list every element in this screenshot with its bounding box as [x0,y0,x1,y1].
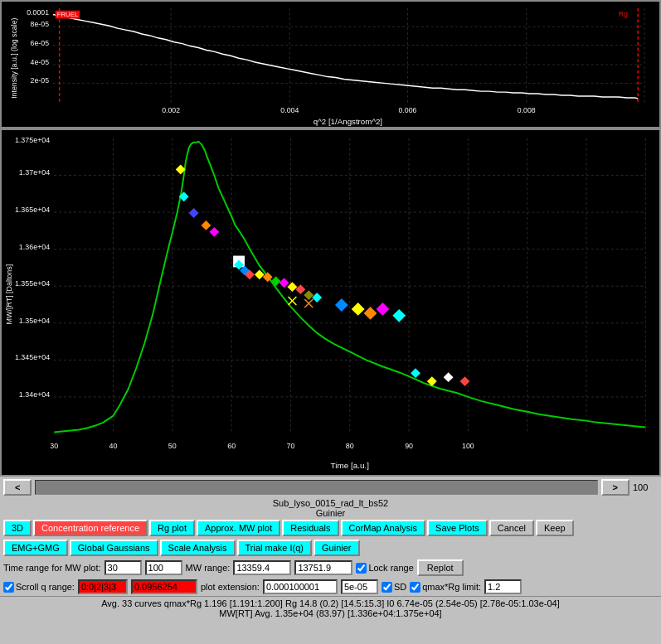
svg-text:1.375e+04: 1.375e+04 [15,136,50,144]
svg-text:70: 70 [287,442,295,450]
plot-extension-value[interactable] [263,579,338,594]
mw-plot: 30 40 50 60 70 80 90 100 1.375e+04 1.37e… [0,128,661,477]
svg-text:30: 30 [50,442,58,450]
svg-text:90: 90 [405,442,413,450]
status-bar: Avg. 33 curves qmax*Rg 1.196 [1.191:1.20… [0,596,661,620]
svg-text:Time [a.u.]: Time [a.u.] [331,461,370,470]
lock-range-checkbox[interactable] [356,563,367,574]
scrollbar-track[interactable] [35,480,597,495]
button-row-2: EMG+GMG Global Gaussians Scale Analysis … [0,538,661,558]
btn-concentration-reference[interactable]: Concentration reference [33,520,148,536]
plot-extension-label: plot extension: [201,582,260,592]
svg-text:50: 50 [168,442,177,450]
button-row-1: 3D Concentration reference Rg plot Appro… [0,518,661,538]
qmaxrg-checkbox[interactable] [410,582,420,593]
btn-global-gaussians[interactable]: Global Gaussians [70,540,158,556]
time-range-label: Time range for MW plot: [3,563,101,573]
time-mw-range-row: Time range for MW plot: MW range: Lock r… [0,558,661,578]
lock-range-label: Lock range [356,563,413,574]
svg-text:0.002: 0.002 [162,106,180,114]
scroll-q-val2[interactable] [131,579,197,594]
btn-residuals[interactable]: Residuals [282,520,338,536]
btn-rg-plot[interactable]: Rg plot [149,520,195,536]
svg-text:6e-05: 6e-05 [31,39,50,47]
svg-text:1.36e+04: 1.36e+04 [19,243,50,251]
time-range-end[interactable] [145,560,182,575]
btn-guinier[interactable]: Guinier [313,540,359,556]
btn-emg-gmg[interactable]: EMG+GMG [3,540,68,556]
btn-cancel[interactable]: Cancel [489,520,534,536]
svg-text:0.008: 0.008 [518,106,536,114]
svg-text:2e-05: 2e-05 [31,76,50,85]
scroll-q-label: Scroll q range: [3,582,75,593]
svg-text:0.0001: 0.0001 [27,8,49,17]
qmaxrg-label: qmax*Rg limit: [410,582,481,593]
time-range-start[interactable] [104,560,142,575]
status-line-2: MW[RT] Avg. 1.35e+04 (83.97) [1.336e+04:… [3,608,658,618]
scrollbar-row: < > 100 [0,477,661,498]
svg-text:1.35e+04: 1.35e+04 [19,317,50,325]
scroll-value: 100 [633,482,658,492]
mw-range-start[interactable] [233,560,291,575]
scroll-right-button[interactable]: > [601,479,629,496]
svg-text:1.355e+04: 1.355e+04 [15,279,50,288]
sd-checkbox[interactable] [382,582,392,593]
svg-text:FRUEL: FRUEL [57,12,79,19]
guinier-plot: FRUEL Rg 0.002 0.004 0.006 0.008 0.0001 … [0,0,661,128]
qmaxrg-value[interactable] [484,579,522,594]
guinier-label: Guinier [0,508,661,518]
fifth-value[interactable] [341,579,378,594]
svg-text:0.006: 0.006 [399,106,417,114]
svg-text:1.34e+04: 1.34e+04 [19,390,50,399]
btn-trial-make[interactable]: Trial make I(q) [237,540,313,556]
scroll-q-val1[interactable] [78,579,128,594]
svg-text:0.004: 0.004 [280,106,299,114]
svg-text:Intensity [a.u.] (log scale): Intensity [a.u.] (log scale) [10,17,18,98]
scroll-q-row: Scroll q range: plot extension: SD qmax*… [0,578,661,596]
svg-rect-3 [53,8,644,103]
svg-text:Rg: Rg [619,11,628,19]
svg-text:q^2 [1/Angstrom^2]: q^2 [1/Angstrom^2] [313,117,383,126]
scroll-q-checkbox[interactable] [3,582,14,593]
file-label: Sub_lyso_0015_rad_lt_bs52 [0,498,661,508]
svg-text:40: 40 [109,442,118,450]
svg-text:80: 80 [346,442,354,450]
btn-scale-analysis[interactable]: Scale Analysis [160,540,236,556]
replot-button[interactable]: Replot [417,559,464,576]
svg-text:1.365e+04: 1.365e+04 [15,206,50,214]
svg-text:4e-05: 4e-05 [31,58,50,66]
svg-text:60: 60 [227,442,236,450]
mw-range-end[interactable] [294,560,352,575]
svg-text:1.37e+04: 1.37e+04 [19,168,50,177]
sd-label: SD [382,582,406,593]
mw-range-label: MW range: [186,563,231,573]
btn-keep[interactable]: Keep [536,520,574,536]
svg-text:8e-05: 8e-05 [31,20,50,28]
svg-text:1.345e+04: 1.345e+04 [15,353,50,361]
scroll-left-button[interactable]: < [3,479,32,496]
svg-text:100: 100 [462,442,474,450]
btn-3d[interactable]: 3D [3,520,32,536]
status-line-1: Avg. 33 curves qmax*Rg 1.196 [1.191:1.20… [3,598,658,608]
btn-approx-mw[interactable]: Approx. MW plot [197,520,280,536]
btn-cormap[interactable]: CorMap Analysis [341,520,426,536]
btn-save-plots[interactable]: Save Plots [427,520,488,536]
svg-text:MW/[RT] [Daltons]: MW/[RT] [Daltons] [5,264,13,325]
